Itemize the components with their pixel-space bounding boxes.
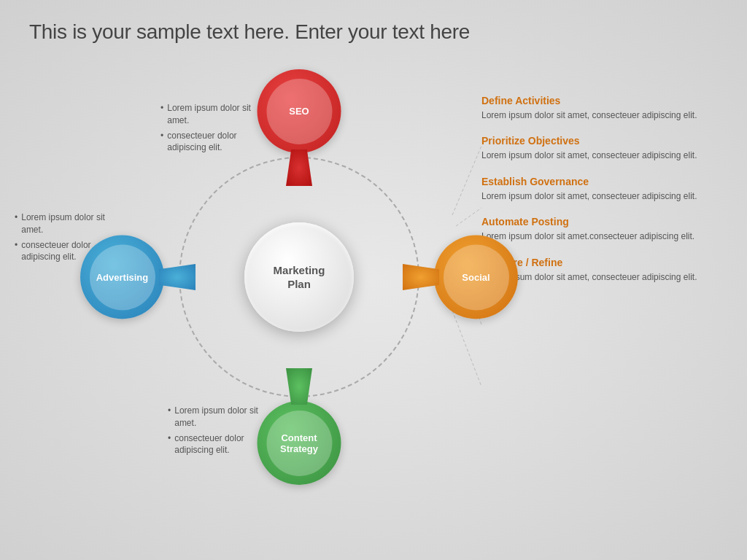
social-circle: Social [434,236,518,319]
automate-posting-title: Automate Posting [481,216,729,228]
define-activities-title: Define Activities [481,95,729,106]
right-item-prioritize-objectives: Prioritize Objectives Lorem ipsum dolor … [481,135,729,162]
automate-posting-body: Lorem ipsum dolor sit amet.consecteuer a… [481,230,729,243]
connector-content-strategy [286,368,312,405]
right-item-automate-posting: Automate Posting Lorem ipsum dolor sit a… [481,216,729,243]
connector-seo [286,149,312,186]
measure-refine-title: Measure / Refine [481,257,729,268]
connector-advertising [159,264,196,290]
define-activities-body: Lorem ipsum dolor sit amet, consecteuer … [481,109,729,122]
right-item-establish-governance: Establish Governance Lorem ipsum dolor s… [481,176,729,203]
right-item-measure-refine: Measure / Refine Lorem ipsum dolor sit a… [481,257,729,284]
right-panel: Define Activities Lorem ipsum dolor sit … [481,95,729,297]
seo-circle: SEO [258,69,341,153]
page-title: This is your sample text here. Enter you… [29,20,718,44]
prioritize-objectives-title: Prioritize Objectives [481,135,729,147]
establish-governance-title: Establish Governance [481,176,729,187]
advertising-circle: Advertising [80,236,164,319]
center-circle: Marketing Plan [244,222,354,332]
center-label: Marketing Plan [274,263,325,292]
measure-refine-body: Lorem ipsum dolor sit amet, consecteuer … [481,271,729,284]
diagram: Marketing Plan SEO Advertising Social Co… [95,80,503,474]
bullet-top-left: • Lorem ipsum dolor sit amet. • consecte… [160,102,270,157]
right-item-define-activities: Define Activities Lorem ipsum dolor sit … [481,95,729,122]
connector-social [403,264,439,290]
prioritize-objectives-body: Lorem ipsum dolor sit amet, consecteuer … [481,149,729,162]
content-strategy-circle: ContentStrategy [258,401,341,485]
establish-governance-body: Lorem ipsum dolor sit amet, consecteuer … [481,190,729,203]
